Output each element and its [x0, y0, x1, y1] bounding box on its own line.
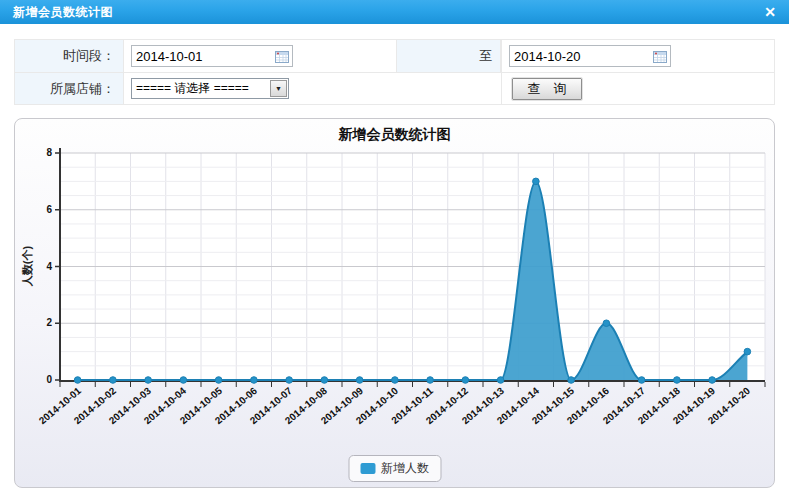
legend-swatch [360, 463, 375, 474]
chart-panel: 新增会员数统计图 人数(个) 02468 2014-10-012014-10-0… [14, 118, 775, 488]
y-axis-tick-label: 4 [30, 261, 52, 272]
end-date-input[interactable] [510, 47, 648, 65]
y-axis-tick-label: 8 [30, 147, 52, 158]
calendar-icon[interactable] [653, 50, 667, 63]
close-icon[interactable]: ✕ [764, 5, 776, 19]
shop-label: 所属店铺： [15, 73, 124, 104]
start-date-field[interactable] [131, 45, 293, 67]
dialog-title: 新增会员数统计图 [13, 4, 113, 21]
legend-box[interactable]: 新增人数 [348, 455, 441, 482]
to-label: 至 [396, 40, 501, 73]
start-date-input[interactable] [132, 47, 270, 65]
start-date-cell [124, 40, 396, 73]
query-cell: 查 询 [501, 73, 774, 104]
y-axis-tick-label: 2 [30, 317, 52, 328]
shop-select[interactable]: ===== 请选择 ===== ▼ [131, 78, 289, 99]
calendar-icon[interactable] [275, 50, 289, 63]
y-axis-tick-label: 0 [30, 374, 52, 385]
shop-select-cell: ===== 请选择 ===== ▼ [124, 73, 501, 104]
end-date-field[interactable] [509, 45, 671, 67]
dialog-titlebar: 新增会员数统计图 ✕ [0, 0, 789, 24]
query-button[interactable]: 查 询 [512, 78, 582, 100]
shop-select-value: ===== 请选择 ===== [132, 80, 249, 97]
chevron-down-icon[interactable]: ▼ [270, 80, 287, 97]
filter-form: 时间段： 至 所属店铺： ===== 请选择 ===== [14, 39, 775, 105]
period-label: 时间段： [15, 40, 124, 73]
end-date-cell [501, 40, 774, 73]
y-axis-tick-label: 6 [30, 204, 52, 215]
legend-label: 新增人数 [381, 460, 429, 477]
